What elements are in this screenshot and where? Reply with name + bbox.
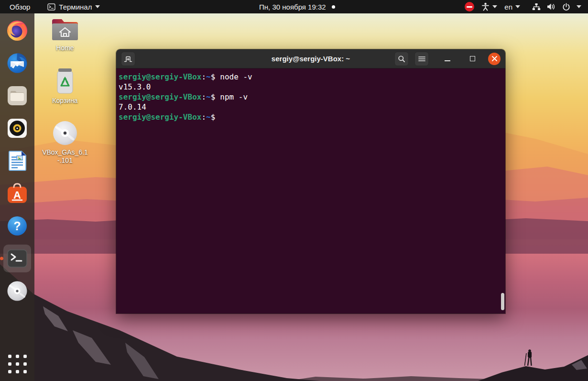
thunderbird-icon <box>6 52 28 74</box>
svg-text:?: ? <box>13 219 21 233</box>
terminal-output: v15.3.0 <box>119 82 502 92</box>
app-menu-terminal[interactable]: Терминал <box>47 3 100 11</box>
chevron-down-icon <box>95 5 100 8</box>
search-button[interactable] <box>394 52 409 66</box>
dock-item-app-grid[interactable] <box>8 355 27 373</box>
system-menu[interactable] <box>532 3 581 11</box>
clock-label: Пн, 30 ноября 19:32 <box>259 3 326 11</box>
new-tab-button[interactable] <box>121 52 135 66</box>
dock-item-ubuntu-software[interactable]: A <box>6 182 29 205</box>
terminal-window: sergiy@sergiy-VBox: ~ <box>116 49 505 314</box>
maximize-icon <box>470 56 475 61</box>
command-text: node -v <box>220 72 252 81</box>
dock-item-cd-disc[interactable] <box>6 280 29 303</box>
prompt-user-host: sergiy@sergiy-VBox <box>119 72 201 81</box>
close-button[interactable] <box>488 53 501 65</box>
dock-item-thunderbird[interactable] <box>6 52 29 75</box>
volume-icon <box>547 3 556 11</box>
desktop-icon-label: Корзина <box>52 97 77 105</box>
home-folder-icon <box>50 17 80 42</box>
clock-menu[interactable]: Пн, 30 ноября 19:32 <box>259 0 335 13</box>
prompt-path: ~ <box>206 92 211 101</box>
prompt-user-host: sergiy@sergiy-VBox <box>119 92 201 101</box>
chevron-down-icon <box>492 5 497 8</box>
dock-item-rhythmbox[interactable] <box>6 117 29 140</box>
desktop-icon-vbox-disc[interactable]: VBox_GAs_6.1-.101 <box>40 120 90 165</box>
prompt-user-host: sergiy@sergiy-VBox <box>119 112 201 122</box>
maximize-button[interactable] <box>466 53 479 65</box>
new-tab-icon <box>124 55 132 63</box>
scrollbar-thumb[interactable] <box>501 293 504 310</box>
dock-item-files[interactable] <box>6 84 29 107</box>
dock: A ? <box>0 13 34 381</box>
hiker-silhouette <box>525 350 532 366</box>
accessibility-icon <box>481 2 490 11</box>
firefox-icon <box>6 20 28 42</box>
prompt-path: ~ <box>206 112 211 122</box>
svg-text:A: A <box>13 189 21 201</box>
network-wired-icon <box>532 3 541 11</box>
chevron-down-icon <box>577 5 581 8</box>
desktop: Обзор Терминал Пн, 30 ноября 19:32 <box>0 0 588 381</box>
ubuntu-software-icon: A <box>7 183 28 204</box>
search-icon <box>398 55 405 63</box>
terminal-line: sergiy@sergiy-VBox:~$ <box>119 112 502 122</box>
terminal-line: sergiy@sergiy-VBox:~$npm -v <box>119 92 502 102</box>
terminal-app-icon <box>7 249 28 268</box>
terminal-output: 7.0.14 <box>119 102 502 112</box>
close-icon <box>491 56 498 62</box>
desktop-icon-label: Home <box>56 44 74 52</box>
dock-item-help[interactable]: ? <box>6 214 29 237</box>
command-text: npm -v <box>220 92 248 101</box>
cd-disc-icon <box>6 280 28 302</box>
hamburger-menu-icon <box>418 56 425 62</box>
app-menu-label: Терминал <box>59 3 92 11</box>
power-icon <box>562 3 570 11</box>
terminal-titlebar[interactable]: sergiy@sergiy-VBox: ~ <box>116 49 505 68</box>
desktop-icon-label: VBox_GAs_6.1-.101 <box>40 148 90 165</box>
terminal-icon <box>47 3 55 11</box>
files-icon <box>7 85 28 106</box>
desktop-icon-trash[interactable]: Корзина <box>40 67 90 105</box>
help-icon: ? <box>7 215 28 236</box>
top-bar: Обзор Терминал Пн, 30 ноября 19:32 <box>0 0 588 13</box>
minimize-button[interactable] <box>441 53 454 65</box>
terminal-content[interactable]: sergiy@sergiy-VBox:~$node -v v15.3.0 ser… <box>116 68 505 314</box>
dock-item-terminal[interactable] <box>6 247 29 270</box>
keyboard-layout-menu[interactable]: en <box>504 3 520 11</box>
trash-icon <box>52 67 78 95</box>
language-label: en <box>504 3 512 11</box>
activities-button[interactable]: Обзор <box>7 2 33 12</box>
dock-item-libreoffice-writer[interactable] <box>6 149 29 172</box>
desktop-icon-home[interactable]: Home <box>40 17 90 52</box>
do-not-disturb-icon[interactable] <box>465 2 474 11</box>
chevron-down-icon <box>515 5 520 8</box>
libreoffice-writer-icon <box>7 150 27 172</box>
menu-button[interactable] <box>414 52 429 66</box>
dock-item-firefox[interactable] <box>6 19 29 42</box>
notification-dot <box>332 5 335 9</box>
prompt-path: ~ <box>206 72 211 81</box>
minimize-icon <box>445 60 450 61</box>
cd-disc-icon <box>52 120 78 146</box>
rhythmbox-icon <box>7 118 28 139</box>
accessibility-menu[interactable] <box>481 2 497 11</box>
terminal-line: sergiy@sergiy-VBox:~$node -v <box>119 72 502 82</box>
